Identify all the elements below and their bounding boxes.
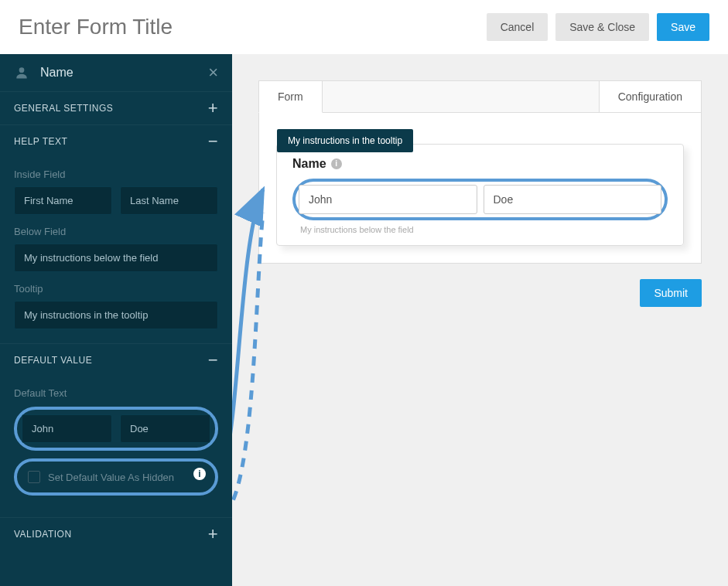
submit-button[interactable]: Submit [640,279,702,307]
svg-point-0 [19,67,25,73]
section-validation[interactable]: VALIDATION + [0,517,232,550]
info-icon[interactable]: i [331,158,342,169]
sidebar-header: Name × [0,54,232,91]
default-last-input[interactable] [120,414,210,443]
hidden-option-highlight: Set Default Value As Hidden i [14,458,218,496]
plus-icon: + [208,530,218,538]
default-value-body: Default Text Set Default Value As Hidden… [0,387,232,517]
default-first-input[interactable] [22,414,112,443]
name-field-group: My instructions in the tooltip Name i My… [276,144,684,246]
tab-spacer [323,80,599,113]
section-help-text[interactable]: HELP TEXT − [0,124,232,158]
inside-last-input[interactable] [120,186,218,215]
default-text-label: Default Text [14,387,218,399]
default-text-highlight [14,407,218,451]
help-text-body: Inside Field Below Field Tooltip [0,169,232,343]
section-title: HELP TEXT [14,136,67,147]
hidden-checkbox[interactable] [28,471,40,483]
below-field-label: Below Field [14,226,218,237]
cancel-button[interactable]: Cancel [487,13,549,41]
form-preview-card: My instructions in the tooltip Name i My… [258,113,702,264]
form-title-input[interactable] [19,15,328,39]
tab-form[interactable]: Form [258,80,323,113]
minus-icon: − [208,138,218,145]
name-inputs-highlight [292,179,668,220]
settings-sidebar: Name × GENERAL SETTINGS + HELP TEXT − In… [0,54,232,586]
below-field-input[interactable] [14,244,218,272]
preview-canvas: Form Configuration My instructions in th… [232,54,728,586]
plus-icon: + [208,104,218,112]
info-icon[interactable]: i [193,468,206,480]
set-default-hidden-row[interactable]: Set Default Value As Hidden i [19,463,214,491]
tooltip-input[interactable] [14,301,218,329]
inside-first-input[interactable] [14,186,112,215]
field-label-text: Name [292,157,326,171]
below-field-text: My instructions below the field [300,225,668,234]
section-title: VALIDATION [14,529,72,540]
field-label: Name i [292,157,668,171]
hidden-label: Set Default Value As Hidden [48,472,174,483]
section-default-value[interactable]: DEFAULT VALUE − [0,343,232,376]
last-name-input[interactable] [484,185,662,214]
topbar: Cancel Save & Close Save [0,0,728,54]
tabs: Form Configuration [258,80,702,113]
person-icon [14,65,29,80]
section-title: GENERAL SETTINGS [14,103,113,114]
sidebar-title: Name [40,66,73,80]
save-button[interactable]: Save [657,13,709,41]
close-icon[interactable]: × [208,63,218,83]
section-general-settings[interactable]: GENERAL SETTINGS + [0,91,232,124]
tooltip-bubble: My instructions in the tooltip [277,129,413,152]
tooltip-label: Tooltip [14,283,218,295]
tab-configuration[interactable]: Configuration [599,80,702,113]
save-close-button[interactable]: Save & Close [555,13,649,41]
first-name-input[interactable] [299,185,477,214]
inside-field-label: Inside Field [14,169,218,180]
section-title: DEFAULT VALUE [14,355,92,366]
minus-icon: − [208,356,218,364]
